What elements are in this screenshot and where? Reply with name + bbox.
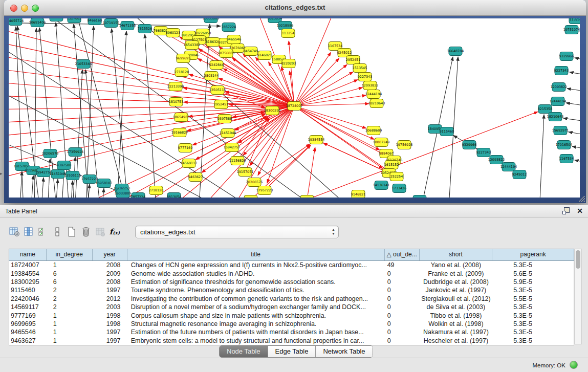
citation-edge-red[interactable] <box>294 103 369 106</box>
graph-node[interactable]: 9115460 <box>440 127 454 136</box>
row-height-icon[interactable] <box>50 225 64 239</box>
graph-node[interactable]: 11451944 <box>50 170 67 179</box>
table-cell-year[interactable]: 2008 <box>93 278 127 286</box>
citation-edge-red[interactable] <box>307 147 315 198</box>
citation-edge-black[interactable] <box>112 29 129 198</box>
table-cell-year[interactable]: 2012 <box>93 295 127 303</box>
table-cell-name[interactable]: 14569117 <box>9 303 47 311</box>
graph-node[interactable]: 19751074 <box>563 26 580 34</box>
graph-node[interactable]: 7857224 <box>222 23 236 32</box>
table-scrollbar[interactable] <box>574 249 582 344</box>
graph-node[interactable]: 2718120 <box>175 68 189 77</box>
table-cell-out_degree[interactable]: 0 <box>385 320 420 328</box>
graph-node[interactable]: 17016504 <box>556 141 573 149</box>
graph-node[interactable]: 19756928 <box>396 141 413 149</box>
graph-node[interactable]: 9242844 <box>209 61 224 70</box>
table-cell-in_degree[interactable]: 2 <box>47 303 93 311</box>
table-cell-year[interactable]: 2009 <box>93 270 127 278</box>
graph-node[interactable]: 16033809 <box>203 18 220 23</box>
table-cell-pagerank[interactable]: 5.5E-5 <box>492 295 574 303</box>
graph-node[interactable]: 9777169 <box>178 144 192 152</box>
graph-node[interactable]: 18210643 <box>547 113 564 121</box>
table-cell-in_degree[interactable]: 1 <box>47 320 93 328</box>
table-cell-year[interactable]: 1998 <box>93 320 127 328</box>
graph-node[interactable]: 9329966 <box>559 52 574 61</box>
graph-node[interactable]: 18756085 <box>218 49 235 58</box>
table-cell-name[interactable]: 19384554 <box>9 270 47 278</box>
graph-node[interactable]: 16543382 <box>184 41 201 50</box>
table-cell-name[interactable]: 9777169 <box>9 312 47 320</box>
table-cell-name[interactable]: 18300295 <box>9 278 47 286</box>
graph-node[interactable]: 10688609 <box>365 126 382 135</box>
table-cell-title[interactable]: Genome-wide association studies in ADHD. <box>127 270 385 278</box>
table-cell-in_degree[interactable]: 1 <box>47 312 93 320</box>
tab-network-table[interactable]: Network Table <box>316 346 372 357</box>
table-row[interactable]: 1830029562008Estimation of significance … <box>9 278 574 286</box>
table-cell-title[interactable]: Structural magnetic resonance image aver… <box>127 320 385 328</box>
graph-node[interactable]: 9227343 <box>476 148 491 157</box>
graph-node[interactable]: 7815526 <box>138 25 152 33</box>
graph-node[interactable]: 18300295 <box>264 106 281 115</box>
table-row[interactable]: 1456911722003Disruption of a novel membe… <box>9 303 574 311</box>
column-header-name[interactable]: name <box>9 249 47 260</box>
citation-edge-red[interactable] <box>294 87 363 106</box>
table-cell-in_degree[interactable]: 6 <box>47 270 93 278</box>
citation-edge-black[interactable] <box>16 27 24 198</box>
table-cell-pagerank[interactable]: 5.3E-5 <box>492 328 574 336</box>
graph-node[interactable]: 21053346 <box>75 60 92 69</box>
table-cell-in_degree[interactable]: 2 <box>47 295 93 303</box>
table-cell-pagerank[interactable]: 5.3E-5 <box>492 261 574 269</box>
graph-node[interactable]: 9227343 <box>358 73 372 81</box>
graph-node[interactable]: 9227343 <box>554 67 569 75</box>
table-cell-name[interactable]: 9115460 <box>9 286 47 294</box>
graph-node[interactable]: 12093822 <box>551 83 568 92</box>
table-cell-out_degree[interactable]: 0 <box>385 312 420 320</box>
graph-node[interactable]: 8215358 <box>538 105 552 114</box>
citation-edge-red[interactable] <box>289 41 294 106</box>
graph-node[interactable]: 18724007 <box>286 102 303 111</box>
graph-node[interactable]: 19166827 <box>171 128 188 137</box>
window-titlebar[interactable]: citations_edges.txt <box>4 0 586 16</box>
citation-edge-red[interactable] <box>307 112 538 198</box>
table-cell-year[interactable]: 1998 <box>93 312 127 320</box>
graph-node[interactable]: 1527602 <box>67 18 81 23</box>
citation-edge-red[interactable] <box>294 18 336 106</box>
citation-edge-black[interactable] <box>563 118 580 123</box>
column-header-out_degree[interactable]: △ out_de... <box>385 249 420 260</box>
graph-node[interactable]: 10653527 <box>48 18 65 21</box>
graph-node[interactable]: 15692971 <box>552 126 569 135</box>
citation-edge-black[interactable] <box>539 115 544 198</box>
column-header-title[interactable]: title <box>127 249 385 260</box>
graph-node[interactable]: 8813054 <box>167 193 181 198</box>
graph-node[interactable]: 13505115 <box>64 171 81 180</box>
graph-node[interactable]: 113254 <box>281 29 295 38</box>
graph-node[interactable]: 2803144 <box>204 72 219 80</box>
graph-node[interactable]: 20691406 <box>29 18 46 27</box>
graph-node[interactable]: 11156829 <box>229 157 246 165</box>
table-cell-title[interactable]: Embryonic stem cells: a model to study s… <box>127 337 385 345</box>
graph-node[interactable]: 8220203 <box>281 59 296 68</box>
graph-node[interactable]: 17957223 <box>256 186 273 195</box>
table-cell-in_degree[interactable]: 1 <box>47 337 93 345</box>
table-cell-short[interactable]: Hescheler et al. (1997) <box>420 337 493 345</box>
table-cell-year[interactable]: 1997 <box>93 286 127 294</box>
delete-table-icon[interactable] <box>79 225 93 239</box>
citation-edge-red[interactable] <box>232 116 267 147</box>
graph-node[interactable]: 16958107 <box>96 179 113 188</box>
graph-node[interactable]: 20206576 <box>246 178 263 187</box>
graph-node[interactable]: 1167534 <box>559 155 574 163</box>
graph-node[interactable]: 9329966 <box>462 141 476 149</box>
graph-node[interactable]: 13505115 <box>209 86 226 95</box>
graph-node[interactable]: 9699695 <box>176 54 190 63</box>
table-cell-in_degree[interactable]: 6 <box>47 278 93 286</box>
citation-edge-black[interactable] <box>570 72 580 77</box>
table-cell-year[interactable]: 2003 <box>93 303 127 311</box>
graph-node[interactable]: 1513545 <box>300 195 314 198</box>
table-cell-out_degree[interactable]: 0 <box>385 278 420 286</box>
table-cell-short[interactable]: Wolkin et al. (1998) <box>420 320 493 328</box>
tab-edge-table[interactable]: Edge Table <box>268 346 316 357</box>
table-cell-year[interactable]: 1997 <box>93 328 127 336</box>
column-header-year[interactable]: year <box>93 249 127 260</box>
graph-node[interactable]: 9465546 <box>227 35 241 44</box>
table-cell-title[interactable]: Estimation of the future numbers of pati… <box>127 328 385 336</box>
